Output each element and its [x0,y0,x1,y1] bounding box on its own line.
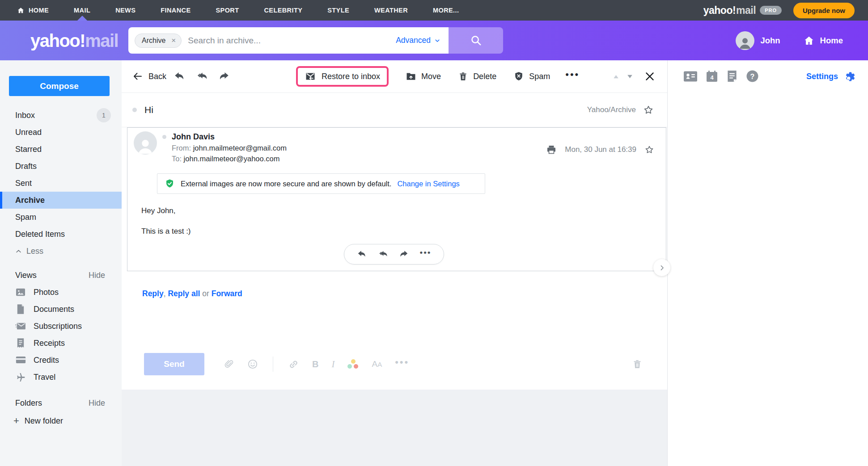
credit-card-icon [15,356,26,364]
reply-link[interactable]: Reply [142,289,164,298]
change-in-settings-link[interactable]: Change in Settings [397,180,459,188]
home-icon [804,35,814,46]
home-link[interactable]: Home [804,35,843,46]
nav-more[interactable]: MORE... [420,0,471,21]
help-icon[interactable]: ? [746,70,758,82]
attach-file-icon[interactable] [224,359,234,369]
nav-weather[interactable]: WEATHER [362,0,420,21]
search-button[interactable] [449,27,503,54]
sidebar-item-credits[interactable]: Credits [0,352,122,369]
reply-all-icon[interactable] [378,249,388,259]
security-notice-text: External images are now more secure and … [181,180,391,188]
reply-all-icon[interactable] [196,71,207,82]
insert-link-icon[interactable] [288,359,299,370]
font-size-icon[interactable]: AA [372,359,382,369]
send-button[interactable]: Send [144,353,204,375]
sidebar-item-archive[interactable]: Archive [0,192,122,209]
sidebar-item-starred[interactable]: Starred [0,141,122,158]
forward-link[interactable]: Forward [212,289,242,298]
message-action-pill: ••• [344,244,444,264]
sidebar-item-receipts[interactable]: Receipts [0,335,122,352]
new-folder-button[interactable]: + New folder [0,412,122,429]
more-actions-icon[interactable]: ••• [565,75,580,78]
spam-button[interactable]: Spam [513,71,550,82]
composer-toolbar: B I AA ••• [224,357,409,372]
sender-name[interactable]: John Davis [172,132,215,142]
yahoo-mail-logo[interactable]: yahoo!mail [30,30,118,50]
less-toggle[interactable]: Less [0,243,122,260]
hide-views-link[interactable]: Hide [89,271,105,280]
inline-composer: Send B I AA ••• [122,353,667,375]
nav-style[interactable]: STYLE [315,0,362,21]
search-bar[interactable]: Archive × Advanced [128,27,449,54]
advanced-search-button[interactable]: Advanced [396,36,440,45]
forward-icon[interactable] [218,71,230,82]
nav-finance[interactable]: FINANCE [148,0,203,21]
upgrade-now-button[interactable]: Upgrade now [793,3,855,18]
sidebar-item-subscriptions[interactable]: Subscriptions [0,318,122,335]
user-menu[interactable]: John [736,31,780,50]
reply-all-link[interactable]: Reply all [168,289,200,298]
email-header-right: Mon, 30 Jun at 16:39 [546,131,654,163]
expand-panel-chevron[interactable] [653,259,670,276]
move-button[interactable]: Move [406,71,441,82]
from-email: john.mailmeteor@gmail.com [193,144,287,152]
apps-icon-row: 4 ? [684,70,758,82]
back-button[interactable]: Back [132,71,166,82]
restore-to-inbox-button[interactable]: Restore to inbox [296,66,389,87]
yahoo-mail-app: HOME MAIL NEWS FINANCE SPORT CELEBRITY S… [0,0,868,466]
reply-icon[interactable] [357,249,367,259]
quick-reply-icons [174,71,230,82]
nav-news[interactable]: NEWS [103,0,148,21]
reply-icon[interactable] [174,71,185,82]
close-icon[interactable] [644,71,656,82]
calendar-icon[interactable]: 4 [706,71,718,82]
forward-icon[interactable] [399,249,409,259]
sidebar-item-unread[interactable]: Unread [0,124,122,141]
nav-home[interactable]: HOME [17,0,61,21]
sidebar-item-photos[interactable]: Photos [0,284,122,301]
nav-sport[interactable]: SPORT [203,0,252,21]
italic-icon[interactable]: I [331,359,334,370]
sidebar-item-spam[interactable]: Spam [0,209,122,226]
search-filter-chip[interactable]: Archive × [135,34,182,48]
avatar [736,31,754,50]
nav-mail-label: MAIL [74,7,90,14]
next-message-icon[interactable] [627,73,633,80]
search-filter-label: Archive [142,37,165,45]
more-actions-icon[interactable]: ••• [420,253,432,256]
text-color-icon[interactable] [347,359,359,369]
compose-button[interactable]: Compose [9,76,110,96]
hide-folders-link[interactable]: Hide [89,399,105,408]
chevron-right-icon [658,264,666,272]
yahoo-mail-pro-logo: yahoo!mail PRO [703,4,782,17]
star-icon[interactable] [643,105,654,115]
sidebar-item-sent[interactable]: Sent [0,175,122,192]
sidebar-item-drafts[interactable]: Drafts [0,158,122,175]
sender-avatar [134,131,157,155]
sidebar-item-deleted[interactable]: Deleted Items [0,226,122,243]
search-input[interactable] [182,36,396,46]
gear-icon [845,71,856,82]
nav-celebrity[interactable]: CELEBRITY [251,0,315,21]
emoji-icon[interactable] [247,359,258,369]
delete-button[interactable]: Delete [458,71,496,82]
bold-icon[interactable]: B [312,359,318,369]
message-date: Mon, 30 Jun at 16:39 [565,145,636,154]
sidebar-item-inbox[interactable]: Inbox 1 [0,107,122,124]
settings-button[interactable]: Settings [806,71,856,82]
sidebar-item-travel[interactable]: Travel [0,369,122,386]
notepad-icon[interactable] [727,70,737,82]
star-icon[interactable] [644,145,654,155]
folders-section-header: Folders Hide [0,395,122,411]
contacts-icon[interactable] [684,71,697,82]
print-icon[interactable] [546,144,557,155]
nav-mail[interactable]: MAIL [61,0,103,21]
top-navigation-bar: HOME MAIL NEWS FINANCE SPORT CELEBRITY S… [0,0,868,21]
sidebar-item-documents[interactable]: Documents [0,301,122,318]
back-arrow-icon [132,71,143,82]
discard-draft-icon[interactable] [632,359,643,369]
previous-message-icon[interactable] [613,73,619,80]
remove-filter-icon[interactable]: × [169,37,178,44]
more-formatting-icon[interactable]: ••• [395,362,409,366]
